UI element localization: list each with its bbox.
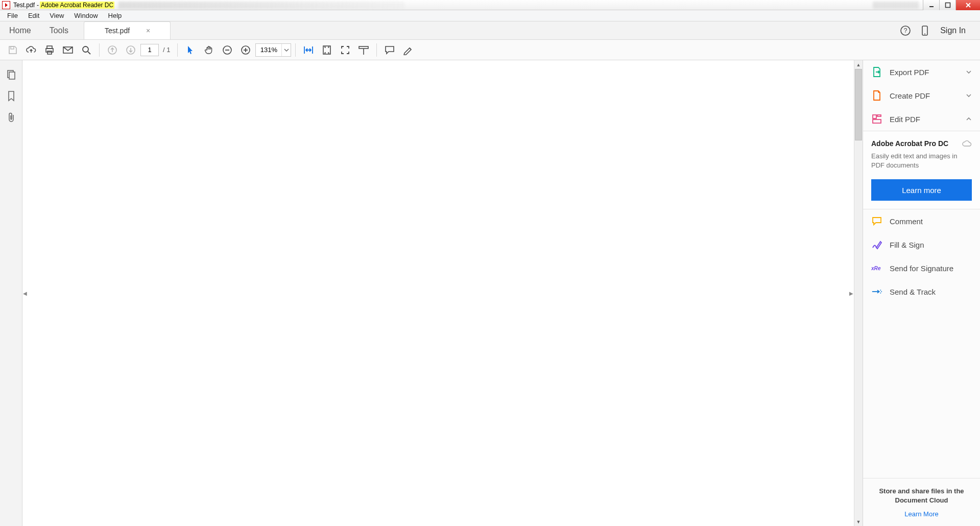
app-icon: [2, 1, 10, 9]
promo-link[interactable]: Learn More: [904, 510, 938, 518]
learn-more-button[interactable]: Learn more: [871, 179, 972, 201]
zoom-out-icon[interactable]: [219, 42, 236, 58]
edit-panel-title: Adobe Acrobat Pro DC: [871, 139, 948, 148]
zoom-dropdown-icon[interactable]: [281, 44, 291, 56]
send-track-icon: [871, 286, 882, 297]
content-area: ◀ ▶ ▲ ▼ Export PDF Create PDF: [0, 60, 980, 526]
create-pdf-icon: [871, 90, 882, 101]
zoom-value-input[interactable]: [256, 46, 281, 54]
send-signature-icon: xRe: [871, 262, 882, 274]
print-icon[interactable]: [41, 42, 58, 58]
svg-point-34: [880, 293, 881, 294]
scroll-down-icon[interactable]: ▼: [854, 517, 863, 526]
minimize-button[interactable]: [923, 0, 939, 10]
save-icon[interactable]: [4, 42, 21, 58]
email-icon[interactable]: [59, 42, 77, 58]
page-down-icon[interactable]: [122, 42, 139, 58]
collapse-left-icon[interactable]: ◀: [22, 285, 28, 301]
tool-comment[interactable]: Comment: [863, 209, 980, 233]
fit-page-icon[interactable]: [318, 42, 336, 58]
close-button[interactable]: [955, 0, 980, 10]
title-app-name: Adobe Acrobat Reader DC: [40, 2, 114, 9]
background-blur: [118, 2, 404, 9]
menu-help[interactable]: Help: [103, 11, 127, 20]
search-icon[interactable]: [78, 42, 95, 58]
menu-file[interactable]: File: [2, 11, 23, 20]
comment-tool-icon: [871, 216, 882, 227]
tool-send-track[interactable]: Send & Track: [863, 280, 980, 303]
menu-window[interactable]: Window: [69, 11, 103, 20]
zoom-in-icon[interactable]: [237, 42, 254, 58]
svg-line-14: [88, 52, 90, 54]
selection-tool-icon[interactable]: [182, 42, 199, 58]
read-mode-icon[interactable]: [355, 42, 372, 58]
tool-comment-label: Comment: [890, 217, 972, 226]
toolbar: / 1: [0, 40, 980, 60]
tab-home[interactable]: Home: [0, 21, 40, 39]
promo-text: Store and share files in the Document Cl…: [871, 487, 972, 505]
svg-rect-28: [877, 115, 881, 116]
zoom-select[interactable]: [255, 43, 291, 57]
right-panel: Export PDF Create PDF Edit PDF: [863, 60, 980, 526]
help-icon[interactable]: ?: [898, 23, 913, 38]
chevron-down-icon: [966, 93, 972, 98]
fullscreen-icon[interactable]: [337, 42, 354, 58]
menu-edit[interactable]: Edit: [23, 11, 44, 20]
maximize-button[interactable]: [939, 0, 955, 10]
comment-icon[interactable]: [381, 42, 398, 58]
cloud-promo: Store and share files in the Document Cl…: [863, 478, 980, 526]
svg-point-7: [924, 33, 925, 34]
svg-text:?: ?: [904, 27, 907, 34]
tabstrip: Home Tools Test.pdf × ? Sign In: [0, 21, 980, 40]
titlebar: Test.pdf - Adobe Acrobat Reader DC: [0, 0, 980, 10]
mobile-link-icon[interactable]: [918, 23, 932, 38]
page-up-icon[interactable]: [104, 42, 121, 58]
background-blur: [873, 2, 919, 9]
tool-sendtrack-label: Send & Track: [890, 288, 972, 296]
chevron-down-icon: [966, 70, 972, 74]
tool-create-label: Create PDF: [890, 91, 959, 100]
hand-tool-icon[interactable]: [200, 42, 218, 58]
tab-document[interactable]: Test.pdf ×: [84, 21, 171, 39]
svg-rect-26: [9, 72, 15, 79]
vertical-scrollbar[interactable]: ▲ ▼: [854, 60, 863, 526]
tool-fill-sign[interactable]: Fill & Sign: [863, 233, 980, 256]
title-separator: -: [36, 2, 40, 9]
menubar: File Edit View Window Help: [0, 10, 980, 21]
svg-rect-11: [47, 51, 52, 54]
scroll-thumb[interactable]: [855, 69, 862, 140]
collapse-right-icon[interactable]: ▶: [849, 285, 854, 301]
fit-width-icon[interactable]: [300, 42, 317, 58]
cloud-link-icon[interactable]: [962, 139, 972, 148]
tool-export-pdf[interactable]: Export PDF: [863, 60, 980, 84]
svg-rect-29: [873, 119, 881, 123]
tab-close-icon[interactable]: ×: [144, 26, 152, 36]
sign-in-button[interactable]: Sign In: [937, 24, 969, 37]
bookmark-icon[interactable]: [4, 89, 18, 103]
edit-pdf-icon: [871, 113, 882, 125]
chevron-up-icon: [966, 117, 972, 121]
tab-tools[interactable]: Tools: [40, 21, 78, 39]
cloud-upload-icon[interactable]: [22, 42, 40, 58]
scroll-up-icon[interactable]: ▲: [854, 60, 863, 69]
tool-edit-pdf[interactable]: Edit PDF: [863, 107, 980, 131]
document-area: ◀ ▶ ▲ ▼: [22, 60, 863, 526]
tool-send-signature[interactable]: xRe Send for Signature: [863, 256, 980, 280]
fill-sign-icon: [871, 239, 882, 250]
svg-text:xRe: xRe: [871, 266, 881, 271]
menu-view[interactable]: View: [44, 11, 69, 20]
page-number-input[interactable]: [140, 44, 159, 56]
svg-rect-10: [46, 49, 53, 52]
edit-pdf-panel: Adobe Acrobat Pro DC Easily edit text an…: [863, 131, 980, 209]
attachment-icon[interactable]: [4, 110, 18, 125]
svg-rect-1: [945, 3, 950, 8]
sign-icon[interactable]: [399, 42, 417, 58]
tool-create-pdf[interactable]: Create PDF: [863, 84, 980, 107]
thumbnails-icon[interactable]: [4, 67, 18, 82]
svg-rect-27: [873, 115, 876, 118]
left-sidebar: [0, 60, 22, 526]
tool-export-label: Export PDF: [890, 68, 959, 77]
svg-rect-23: [359, 46, 368, 49]
pdf-page: [22, 60, 854, 526]
tool-edit-label: Edit PDF: [890, 115, 959, 124]
